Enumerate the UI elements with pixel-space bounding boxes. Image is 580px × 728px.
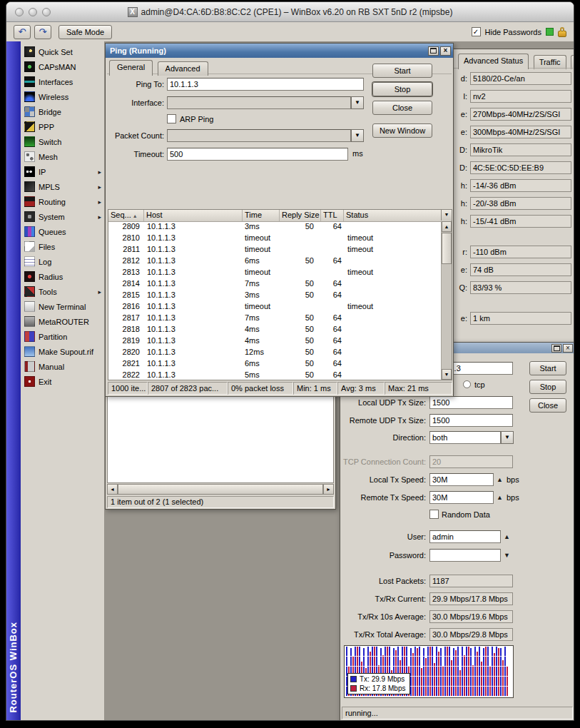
sidebar-item-ppp[interactable]: PPP: [21, 119, 104, 134]
tab-more[interactable]: ...: [571, 55, 574, 69]
local-udp-tx-size-input[interactable]: [429, 396, 513, 409]
ping-start-button[interactable]: Start: [372, 64, 432, 78]
sidebar-item-ip[interactable]: IP▸: [21, 164, 104, 179]
packet-count-dropdown-button[interactable]: ▼: [351, 129, 364, 142]
ping-result-row[interactable]: 282010.1.1.312ms5064: [108, 347, 441, 358]
undo-button[interactable]: ↶: [14, 25, 31, 39]
interface-select[interactable]: [167, 96, 351, 109]
scroll-up-button[interactable]: ▲: [442, 221, 452, 232]
ping-result-row[interactable]: 281010.1.1.3timeouttimeout: [108, 233, 441, 244]
ping-result-row[interactable]: 281410.1.1.37ms5064: [108, 278, 441, 290]
mac-close-button[interactable]: [15, 8, 24, 16]
sidebar-item-files[interactable]: Files: [21, 239, 104, 254]
remote-tx-speed-up-icon[interactable]: ▲: [497, 494, 503, 501]
column-header-seq[interactable]: Seq...▲: [108, 210, 144, 221]
timeout-input[interactable]: [167, 148, 348, 161]
close-button[interactable]: ×: [563, 344, 573, 353]
direction-select[interactable]: [429, 431, 501, 444]
safe-mode-button[interactable]: Safe Mode: [58, 25, 112, 39]
maximize-button[interactable]: [551, 344, 561, 353]
tcp-radio[interactable]: [463, 380, 471, 388]
ping-close-button[interactable]: ×: [440, 46, 451, 56]
sidebar-item-tools[interactable]: Tools▸: [21, 284, 104, 299]
sidebar-item-capsman[interactable]: CAPsMAN: [21, 59, 104, 74]
sidebar-item-metarouter[interactable]: MetaROUTER: [21, 314, 104, 329]
redo-button[interactable]: ↷: [34, 25, 51, 39]
remote-tx-speed-input[interactable]: [429, 491, 494, 504]
sidebar-item-mpls[interactable]: MPLS▸: [21, 179, 104, 194]
hide-passwords-checkbox[interactable]: ✓: [472, 27, 481, 36]
bt-stop-button[interactable]: Stop: [529, 380, 566, 394]
tab-advanced[interactable]: Advanced: [158, 61, 208, 76]
scroll-right-button[interactable]: ►: [323, 484, 334, 495]
column-header-host[interactable]: Host: [144, 210, 243, 221]
direction-dropdown-button[interactable]: ▼: [501, 431, 514, 444]
interface-dropdown-button[interactable]: ▼: [351, 96, 364, 109]
password-spin-icon[interactable]: ▼: [504, 552, 510, 559]
tab-traffic[interactable]: Traffic: [534, 55, 566, 69]
ping-titlebar[interactable]: Ping (Running) ×: [106, 44, 453, 58]
ping-result-row[interactable]: 281110.1.1.3timeouttimeout: [108, 244, 441, 256]
sidebar-item-system[interactable]: System▸: [21, 209, 104, 224]
sidebar-item-manual[interactable]: Manual: [21, 359, 104, 374]
ping-to-input[interactable]: [167, 78, 364, 91]
tcp-radio-label[interactable]: tcp: [474, 380, 485, 390]
scroll-down-button[interactable]: ▼: [442, 369, 452, 380]
packet-count-input[interactable]: [167, 129, 351, 142]
column-header-time[interactable]: Time: [243, 210, 280, 221]
sidebar-item-queues[interactable]: Queues: [21, 224, 104, 239]
sidebar-item-bridge[interactable]: Bridge: [21, 104, 104, 119]
ping-table-body[interactable]: 280910.1.1.33ms5064281010.1.1.3timeoutti…: [108, 221, 441, 380]
sidebar-item-radius[interactable]: Radius: [21, 269, 104, 284]
sidebar-item-quick-set[interactable]: Quick Set: [21, 44, 104, 59]
horizontal-scrollbar-thumb[interactable]: [118, 484, 323, 495]
sidebar-item-switch[interactable]: Switch: [21, 134, 104, 149]
bt-start-button[interactable]: Start: [529, 361, 566, 375]
ping-result-row[interactable]: 281710.1.1.37ms5064: [108, 313, 441, 324]
user-input[interactable]: [429, 530, 501, 543]
filter-dropdown-button[interactable]: ▼: [441, 210, 452, 221]
local-tx-speed-up-icon[interactable]: ▲: [497, 476, 503, 483]
random-data-checkbox[interactable]: [429, 510, 439, 519]
horizontal-scrollbar[interactable]: ◄ ►: [107, 484, 334, 495]
ping-result-row[interactable]: 281810.1.1.34ms5064: [108, 324, 441, 335]
titlebar[interactable]: X admin@D4:CA:6D:B8:8C:C2 (CPE1) – WinBo…: [6, 2, 574, 22]
local-tx-speed-input[interactable]: [429, 473, 494, 486]
arp-ping-checkbox[interactable]: [167, 114, 176, 123]
remote-udp-tx-size-input[interactable]: [429, 414, 513, 427]
ping-result-row[interactable]: 281910.1.1.34ms5064: [108, 335, 441, 347]
column-header-reply-size[interactable]: Reply Size: [280, 210, 321, 221]
ping-result-row[interactable]: 282110.1.1.36ms5064: [108, 358, 441, 370]
vertical-scrollbar-thumb[interactable]: [442, 233, 452, 264]
ping-result-row[interactable]: 281210.1.1.36ms5064: [108, 256, 441, 267]
sidebar-item-interfaces[interactable]: Interfaces: [21, 74, 104, 89]
sidebar-item-new-terminal[interactable]: New Terminal: [21, 299, 104, 314]
sidebar-item-exit[interactable]: Exit: [21, 374, 104, 389]
sidebar-item-partition[interactable]: Partition: [21, 329, 104, 344]
password-input[interactable]: [429, 549, 501, 562]
column-header-status[interactable]: Status: [344, 210, 452, 221]
ping-close-action-button[interactable]: Close: [372, 101, 432, 115]
column-header-ttl[interactable]: TTL: [321, 210, 344, 221]
sidebar-item-wireless[interactable]: Wireless: [21, 89, 104, 104]
ping-stop-button[interactable]: Stop: [372, 82, 432, 96]
ping-result-row[interactable]: 281610.1.1.3timeouttimeout: [108, 301, 441, 313]
sidebar-item-log[interactable]: Log: [21, 254, 104, 269]
ping-maximize-button[interactable]: [428, 46, 439, 56]
tab-general[interactable]: General: [109, 60, 153, 76]
sidebar-item-mesh[interactable]: Mesh: [21, 149, 104, 164]
mac-zoom-button[interactable]: [42, 8, 51, 16]
bt-close-button[interactable]: Close: [529, 398, 566, 413]
vertical-scrollbar[interactable]: ▲ ▼: [441, 221, 452, 380]
sidebar-item-routing[interactable]: Routing▸: [21, 194, 104, 209]
user-spin-icon[interactable]: ▲: [504, 533, 510, 540]
ping-result-row[interactable]: 281510.1.1.33ms5064: [108, 290, 441, 301]
tab-advanced-status[interactable]: Advanced Status: [458, 54, 529, 69]
ping-new-window-button[interactable]: New Window: [372, 123, 432, 138]
sidebar-item-make-supout[interactable]: Make Supout.rif: [21, 344, 104, 359]
ping-result-row[interactable]: 281310.1.1.3timeouttimeout: [108, 267, 441, 278]
scroll-left-button[interactable]: ◄: [107, 484, 118, 495]
ping-result-row[interactable]: 282210.1.1.35ms5064: [108, 370, 441, 380]
ping-result-row[interactable]: 280910.1.1.33ms5064: [108, 221, 441, 233]
mac-minimize-button[interactable]: [29, 8, 37, 16]
